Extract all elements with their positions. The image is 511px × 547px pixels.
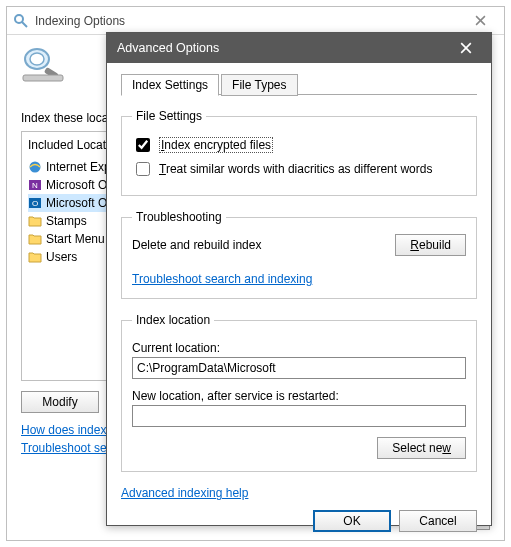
modify-button[interactable]: Modify — [21, 391, 99, 413]
new-location-field[interactable] — [132, 405, 466, 427]
onenote-icon: N — [28, 178, 42, 192]
index-location-group: Index location Current location: New loc… — [121, 313, 477, 472]
folder-icon — [28, 233, 42, 245]
svg-rect-7 — [23, 75, 63, 81]
svg-point-8 — [30, 162, 41, 173]
select-new-button[interactable]: Select new — [377, 437, 466, 459]
tabs: Index Settings File Types — [121, 74, 477, 96]
advanced-options-title: Advanced Options — [117, 41, 219, 55]
folder-icon — [28, 251, 42, 263]
tab-index-settings[interactable]: Index Settings — [121, 74, 219, 96]
index-location-legend: Index location — [132, 313, 214, 327]
ie-icon — [28, 160, 42, 174]
svg-text:O: O — [32, 199, 38, 208]
cancel-button[interactable]: Cancel — [399, 510, 477, 532]
index-encrypted-checkbox[interactable] — [136, 138, 150, 152]
troubleshooting-legend: Troubleshooting — [132, 210, 226, 224]
indexing-options-icon — [13, 13, 29, 29]
file-settings-group: File Settings Index encrypted files Trea… — [121, 109, 477, 196]
current-location-field[interactable] — [132, 357, 466, 379]
advanced-options-close-button[interactable] — [451, 33, 481, 63]
advanced-options-dialog: Advanced Options Index Settings File Typ… — [106, 32, 492, 526]
magnifier-icon — [21, 45, 65, 85]
advanced-indexing-help-link[interactable]: Advanced indexing help — [121, 486, 248, 500]
advanced-options-titlebar: Advanced Options — [107, 33, 491, 63]
svg-point-5 — [30, 53, 44, 65]
indexing-options-titlebar: Indexing Options — [7, 7, 504, 35]
folder-icon — [28, 215, 42, 227]
current-location-label: Current location: — [132, 341, 466, 355]
list-item-label: Stamps — [46, 214, 87, 228]
tab-file-types[interactable]: File Types — [221, 74, 297, 96]
outlook-icon: O — [28, 196, 42, 210]
troubleshooting-group: Troubleshooting Delete and rebuild index… — [121, 210, 477, 299]
svg-text:N: N — [32, 181, 38, 190]
svg-point-0 — [15, 15, 23, 23]
diacritics-label[interactable]: Treat similar words with diacritics as d… — [159, 162, 432, 176]
diacritics-checkbox[interactable] — [136, 162, 150, 176]
svg-line-1 — [22, 22, 27, 27]
delete-rebuild-label: Delete and rebuild index — [132, 238, 261, 252]
file-settings-legend: File Settings — [132, 109, 206, 123]
indexing-options-close-button[interactable] — [462, 11, 498, 31]
indexing-options-title: Indexing Options — [35, 14, 125, 28]
rebuild-button[interactable]: Rebuild — [395, 234, 466, 256]
ok-button[interactable]: OK — [313, 510, 391, 532]
index-encrypted-label[interactable]: Index encrypted files — [159, 138, 273, 152]
list-item-label: Users — [46, 250, 77, 264]
troubleshoot-search-link[interactable]: Troubleshoot search and indexing — [132, 272, 312, 286]
new-location-label: New location, after service is restarted… — [132, 389, 466, 403]
list-item-label: Start Menu — [46, 232, 105, 246]
